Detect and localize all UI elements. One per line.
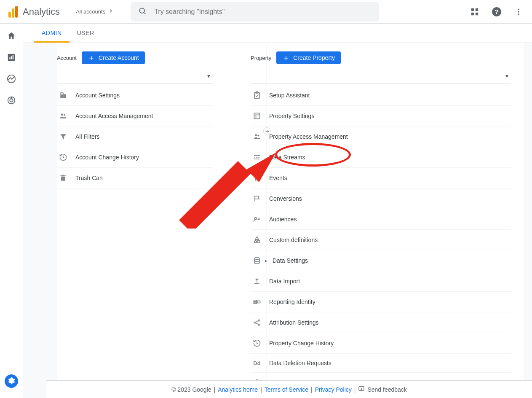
caret-down-icon: ▾ bbox=[505, 73, 508, 79]
feedback-label: Send feedback bbox=[367, 386, 406, 393]
caret-right-icon: ▸ bbox=[265, 258, 267, 264]
gear-icon bbox=[8, 377, 15, 386]
data-import[interactable]: Data Import bbox=[251, 271, 511, 292]
property-settings[interactable]: Property Settings bbox=[251, 106, 511, 126]
building-icon bbox=[59, 91, 68, 100]
svg-point-47 bbox=[254, 258, 259, 260]
svg-point-10 bbox=[518, 13, 519, 15]
svg-rect-14 bbox=[13, 55, 13, 59]
svg-point-26 bbox=[64, 114, 65, 116]
filter-icon bbox=[59, 132, 68, 141]
apps-icon[interactable] bbox=[470, 7, 480, 17]
account-label: Account bbox=[57, 55, 77, 61]
database-icon bbox=[252, 256, 262, 265]
property-access[interactable]: Property Access Management bbox=[251, 126, 511, 147]
property-menu: Setup Assistant Property Settings Proper… bbox=[251, 85, 511, 393]
trash-can[interactable]: Trash Can bbox=[57, 168, 213, 188]
svg-line-1 bbox=[144, 13, 146, 14]
account-selector[interactable]: ▾ bbox=[57, 68, 213, 83]
attribution-settings[interactable]: Attribution Settings bbox=[251, 312, 511, 333]
data-deletion[interactable]: Dd Data Deletion Requests bbox=[251, 354, 511, 373]
reporting-identity[interactable]: Reporting Identity bbox=[251, 292, 511, 312]
feedback-icon bbox=[358, 385, 365, 393]
streams-icon bbox=[252, 153, 262, 161]
more-menu-icon[interactable] bbox=[513, 7, 524, 17]
create-property-button[interactable]: ＋ Create Property bbox=[276, 51, 341, 64]
svg-line-55 bbox=[256, 323, 259, 324]
svg-rect-20 bbox=[64, 94, 66, 98]
create-property-label: Create Property bbox=[293, 54, 335, 61]
property-change-history[interactable]: Property Change History bbox=[251, 333, 511, 354]
menu-label: Data Streams bbox=[269, 154, 305, 161]
caret-down-icon: ▾ bbox=[207, 73, 210, 79]
tab-user[interactable]: USER bbox=[70, 24, 102, 43]
menu-label: Data Import bbox=[269, 278, 300, 285]
account-change-history[interactable]: Account Change History bbox=[57, 147, 213, 168]
account-settings[interactable]: Account Settings bbox=[57, 85, 213, 106]
copyright: © 2023 Google bbox=[171, 386, 211, 393]
svg-rect-19 bbox=[60, 92, 64, 98]
svg-rect-22 bbox=[62, 93, 63, 94]
main-shell: ADMIN USER Account ＋ Create Account ▾ bbox=[0, 24, 532, 398]
property-label: Property bbox=[251, 55, 271, 61]
events[interactable]: Events bbox=[251, 168, 511, 188]
property-column-head: Property ＋ Create Property bbox=[251, 51, 511, 64]
identity-icon bbox=[252, 298, 262, 306]
conversions[interactable]: Conversions bbox=[251, 188, 511, 209]
svg-point-9 bbox=[518, 11, 519, 12]
menu-label: Account Change History bbox=[75, 154, 139, 161]
data-streams[interactable]: Data Streams bbox=[251, 147, 511, 168]
footer-link-privacy[interactable]: Privacy Policy bbox=[315, 386, 352, 393]
create-account-button[interactable]: ＋ Create Account bbox=[82, 51, 145, 64]
help-icon[interactable]: ? bbox=[492, 7, 502, 17]
menu-label: Trash Can bbox=[75, 175, 103, 181]
people-icon bbox=[252, 132, 262, 141]
trash-icon bbox=[59, 174, 68, 182]
settings-fab[interactable] bbox=[5, 374, 18, 388]
svg-rect-4 bbox=[471, 12, 474, 15]
upload-icon bbox=[252, 277, 262, 285]
footer-link-home[interactable]: Analytics home bbox=[218, 386, 258, 393]
plus-icon: ＋ bbox=[282, 55, 290, 61]
svg-rect-28 bbox=[60, 175, 66, 176]
topbar: Analytics All accounts ? bbox=[0, 0, 532, 24]
flag-icon bbox=[252, 194, 262, 203]
nav-explore-icon[interactable] bbox=[7, 74, 16, 85]
footer-link-tos[interactable]: Terms of Service bbox=[265, 386, 308, 393]
menu-label: Custom definitions bbox=[269, 237, 318, 243]
layout-icon bbox=[252, 112, 262, 120]
audiences[interactable]: Audiences bbox=[251, 209, 511, 230]
svg-rect-48 bbox=[254, 300, 257, 301]
content-area: ADMIN USER Account ＋ Create Account ▾ bbox=[23, 24, 532, 398]
accounts-label: All accounts bbox=[76, 8, 105, 15]
custom-definitions[interactable]: Custom definitions bbox=[251, 230, 511, 250]
nav-advertising-icon[interactable] bbox=[7, 96, 16, 106]
svg-rect-29 bbox=[62, 175, 64, 176]
all-filters[interactable]: All Filters bbox=[57, 126, 213, 147]
account-switcher[interactable]: All accounts bbox=[72, 5, 118, 18]
menu-label: Attribution Settings bbox=[269, 319, 319, 326]
menu-label: Conversions bbox=[269, 195, 302, 202]
svg-point-52 bbox=[258, 320, 259, 321]
svg-rect-23 bbox=[61, 94, 62, 95]
tab-admin[interactable]: ADMIN bbox=[34, 24, 70, 43]
menu-label: Account Access Management bbox=[75, 113, 153, 119]
svg-marker-44 bbox=[255, 237, 259, 240]
attribution-icon bbox=[252, 318, 262, 327]
search-box[interactable] bbox=[131, 2, 379, 22]
account-menu: Account Settings Account Access Manageme… bbox=[57, 85, 213, 188]
svg-text:?: ? bbox=[495, 8, 498, 15]
tap-icon bbox=[252, 174, 262, 182]
setup-assistant[interactable]: Setup Assistant bbox=[251, 85, 511, 106]
svg-point-35 bbox=[255, 134, 257, 136]
data-settings[interactable]: ▸ Data Settings bbox=[251, 250, 511, 271]
send-feedback[interactable]: Send feedback bbox=[358, 385, 406, 393]
svg-rect-50 bbox=[257, 301, 260, 303]
svg-rect-3 bbox=[476, 8, 478, 11]
nav-home-icon[interactable] bbox=[7, 31, 16, 42]
menu-label: All Filters bbox=[75, 133, 100, 140]
account-access[interactable]: Account Access Management bbox=[57, 106, 213, 126]
search-input[interactable] bbox=[154, 8, 372, 16]
property-selector[interactable]: ▾ bbox=[251, 68, 511, 83]
nav-reports-icon[interactable] bbox=[7, 53, 16, 63]
